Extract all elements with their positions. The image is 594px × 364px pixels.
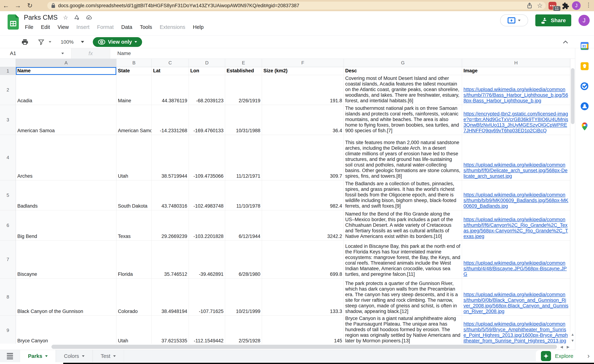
browser-menu-icon[interactable]: ⋮ [586, 1, 592, 8]
cell-E9[interactable]: 2/25/1928 [225, 316, 262, 344]
cell-B7[interactable]: Florida [116, 241, 152, 278]
column-header-B[interactable]: B [116, 59, 152, 67]
cell-F3[interactable]: 36.4 [262, 105, 344, 135]
cell-B6[interactable]: Texas [116, 210, 152, 241]
cell-B9[interactable]: Utah [116, 316, 152, 344]
scroll-down-icon[interactable]: ▼ [570, 338, 575, 344]
back-icon[interactable]: ← [0, 2, 12, 9]
cell-B4[interactable]: Utah [116, 135, 152, 180]
cell-G8[interactable]: The park protects a quarter of the Gunni… [344, 278, 462, 316]
reload-icon[interactable]: ↻ [24, 2, 36, 9]
cell-E8[interactable]: 10/21/1999 [225, 278, 262, 316]
menu-view[interactable]: View [58, 24, 69, 30]
cell-B5[interactable]: South Dakota [116, 180, 152, 210]
menu-help[interactable]: Help [193, 24, 204, 30]
star-icon[interactable]: ☆ [63, 14, 68, 21]
cell-D5[interactable]: -102.4983748 [189, 180, 225, 210]
contacts-icon[interactable] [580, 102, 589, 111]
cell-G7[interactable]: Located in Biscayne Bay, this park at th… [344, 241, 462, 278]
share-button[interactable]: Share [535, 14, 571, 26]
cell-H1[interactable]: Image [462, 67, 570, 75]
row-header-2[interactable]: 2 [0, 75, 16, 105]
scroll-right-icon[interactable]: ▶ [565, 344, 571, 350]
cell-H8[interactable]: https://upload.wikimedia.org/wikipedia/c… [462, 278, 570, 316]
cell-C5[interactable]: 43.7480316 [152, 180, 189, 210]
document-title[interactable]: Parks CMS [24, 14, 58, 21]
cell-A4[interactable]: Arches [16, 135, 116, 180]
cell-H9[interactable]: https://upload.wikimedia.org/wikipedia/c… [462, 316, 570, 344]
present-button[interactable] [500, 14, 528, 26]
image-link[interactable]: https://upload.wikimedia.org/wikipedia/c… [464, 321, 568, 344]
cell-C9[interactable]: 37.6215335 [152, 316, 189, 344]
image-link[interactable]: https://upload.wikimedia.org/wikipedia/c… [464, 260, 568, 277]
sheet-tab-caret-icon[interactable] [113, 355, 116, 357]
extensions-puzzle-icon[interactable] [562, 2, 569, 10]
browser-profile-avatar[interactable]: J [572, 1, 581, 10]
filter-icon[interactable] [38, 39, 44, 46]
column-header-F[interactable]: F [262, 59, 344, 67]
column-header-G[interactable]: G [344, 59, 462, 67]
view-only-button[interactable]: View only [93, 37, 142, 47]
sheet-tab-test[interactable]: Test [93, 350, 124, 362]
cell-E4[interactable]: 11/12/1971 [225, 135, 262, 180]
cell-D6[interactable]: -103.2201828 [189, 210, 225, 241]
cell-H5[interactable]: https://upload.wikimedia.org/wikipedia/c… [462, 180, 570, 210]
image-link[interactable]: https://upload.wikimedia.org/wikipedia/c… [464, 162, 568, 179]
menu-edit[interactable]: Edit [41, 24, 50, 30]
column-header-D[interactable]: D [189, 59, 225, 67]
cell-E3[interactable]: 10/31/1988 [225, 105, 262, 135]
url-bar[interactable]: docs.google.com/spreadsheets/d/1gjttBIT4… [47, 2, 546, 10]
all-sheets-icon[interactable] [0, 350, 20, 362]
scroll-up-icon[interactable]: ▲ [570, 331, 575, 338]
image-link[interactable]: https://upload.wikimedia.org/wikipedia/c… [464, 192, 568, 209]
cell-F9[interactable]: 145 [262, 316, 344, 344]
cell-G5[interactable]: The Badlands are a collection of buttes,… [344, 180, 462, 210]
image-link[interactable]: https://upload.wikimedia.org/wikipedia/c… [464, 87, 568, 104]
cell-C1[interactable]: Lat [152, 67, 189, 75]
cell-H4[interactable]: https://upload.wikimedia.org/wikipedia/c… [462, 135, 570, 180]
cell-D4[interactable]: -109.4735066 [189, 135, 225, 180]
cell-D8[interactable]: -107.71625 [189, 278, 225, 316]
row-header-8[interactable]: 8 [0, 278, 16, 316]
cell-D7[interactable]: -39.462891 [189, 241, 225, 278]
vertical-scrollbar-thumb[interactable] [571, 68, 574, 124]
cell-F6[interactable]: 3242.2 [262, 210, 344, 241]
horizontal-scrollbar[interactable]: ◀ ▶ [0, 344, 594, 350]
cell-H7[interactable]: https://upload.wikimedia.org/wikipedia/c… [462, 241, 570, 278]
cell-A7[interactable]: Biscayne [16, 241, 116, 278]
row-header-9[interactable]: 9 [0, 316, 16, 344]
cloud-saved-icon[interactable] [85, 15, 92, 20]
keep-icon[interactable] [580, 61, 589, 71]
tasks-icon[interactable] [580, 81, 589, 91]
cell-B1[interactable]: State [116, 67, 152, 75]
cell-E1[interactable]: Established [225, 67, 262, 75]
cell-A6[interactable]: Big Bend [16, 210, 116, 241]
sheet-tab-caret-icon[interactable] [45, 355, 48, 357]
cell-H3[interactable]: https://encrypted-tbn2.gstatic.com/licen… [462, 105, 570, 135]
cell-F8[interactable]: 133.3 [262, 278, 344, 316]
cell-G2[interactable]: Covering most of Mount Desert Island and… [344, 75, 462, 105]
calendar-icon[interactable]: 31 [580, 41, 589, 51]
image-link[interactable]: https://upload.wikimedia.org/wikipedia/c… [464, 292, 568, 314]
cell-G3[interactable]: The southernmost national park is on thr… [344, 105, 462, 135]
cell-F2[interactable]: 191.8 [262, 75, 344, 105]
image-link[interactable]: https://upload.wikimedia.org/wikipedia/c… [464, 217, 568, 239]
name-box[interactable]: A1 [0, 48, 71, 59]
cell-H2[interactable]: https://upload.wikimedia.org/wikipedia/c… [462, 75, 570, 105]
row-header-5[interactable]: 5 [0, 180, 16, 210]
expand-side-panel-icon[interactable]: › [587, 352, 590, 360]
share-page-icon[interactable] [527, 3, 532, 8]
row-header-4[interactable]: 4 [0, 135, 16, 180]
collapse-toolbar-icon[interactable] [562, 39, 569, 45]
cell-D9[interactable]: -112.1549442 [189, 316, 225, 344]
vertical-scrollbar[interactable] [570, 59, 575, 344]
cell-G1[interactable]: Desc [344, 67, 462, 75]
cell-C7[interactable]: 35.746512 [152, 241, 189, 278]
sheet-tab-colors[interactable]: Colors [56, 350, 93, 362]
horizontal-scrollbar-thumb[interactable] [51, 345, 557, 349]
cell-D2[interactable]: -68.2039123 [189, 75, 225, 105]
scroll-left-icon[interactable]: ◀ [558, 344, 565, 350]
cell-D1[interactable]: Lon [189, 67, 225, 75]
row-header-3[interactable]: 3 [0, 105, 16, 135]
row-header-7[interactable]: 7 [0, 241, 16, 278]
